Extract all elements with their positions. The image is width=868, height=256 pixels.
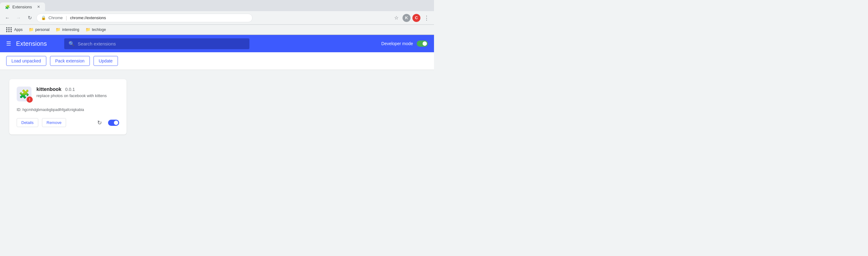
toolbar-icons: ☆ K C ⋮ <box>392 13 431 22</box>
reload-button[interactable]: ↻ <box>25 13 34 22</box>
search-icon: 🔍 <box>68 41 75 47</box>
bookmark-techloge-label: techloge <box>92 28 106 32</box>
bookmark-personal-label: personal <box>35 28 50 32</box>
search-input[interactable] <box>78 41 245 47</box>
bookmark-personal[interactable]: 📁 personal <box>26 26 52 33</box>
pack-extension-button[interactable]: Pack extension <box>50 56 90 66</box>
apps-bookmark[interactable]: Apps <box>4 26 25 33</box>
extension-id: ID: hgcmhdgbmaobgbpadlhfgafcnigkabia <box>17 108 119 112</box>
tab-favicon: 🧩 <box>5 5 10 9</box>
extensions-page: ☰ Extensions 🔍 Developer mode Load unpac… <box>0 35 434 194</box>
developer-mode-toggle[interactable] <box>417 40 428 47</box>
profile-k-avatar[interactable]: K <box>403 14 410 22</box>
address-bar-row: ← → ↻ 🔒 Chrome | chrome://extensions ☆ K… <box>0 11 434 25</box>
bookmarks-bar: Apps 📁 personal 📁 interesting 📁 techloge <box>0 25 434 35</box>
card-top: 🧩 ! kittenbook 0.0.1 replace photos on f… <box>17 87 119 102</box>
update-button[interactable]: Update <box>94 56 118 66</box>
tab-close-icon[interactable]: ✕ <box>37 5 40 9</box>
details-button[interactable]: Details <box>17 118 38 127</box>
extension-enable-toggle[interactable] <box>108 120 119 126</box>
extensions-page-title: Extensions <box>16 40 47 47</box>
extension-name: kittenbook <box>36 87 61 92</box>
bookmark-techloge[interactable]: 📁 techloge <box>83 26 108 33</box>
menu-button[interactable]: ⋮ <box>422 13 431 22</box>
browser-label: Chrome <box>49 16 63 20</box>
active-tab[interactable]: 🧩 Extensions ✕ <box>0 2 45 11</box>
extension-description: replace photos on facebook with kittens <box>36 93 119 98</box>
extension-icon-wrap: 🧩 ! <box>17 87 31 102</box>
folder-icon-personal: 📁 <box>29 27 34 32</box>
extensions-main: 🧩 ! kittenbook 0.0.1 replace photos on f… <box>0 70 434 194</box>
card-bottom: Details Remove ↻ <box>17 118 119 127</box>
extensions-header: ☰ Extensions 🔍 Developer mode <box>0 35 434 52</box>
refresh-icon[interactable]: ↻ <box>97 119 102 126</box>
hamburger-icon[interactable]: ☰ <box>6 40 11 47</box>
lock-icon: 🔒 <box>41 16 46 20</box>
developer-mode-label: Developer mode <box>381 41 413 46</box>
profile-c-avatar[interactable]: C <box>412 14 421 22</box>
apps-label: Apps <box>14 28 23 32</box>
address-field[interactable]: 🔒 Chrome | chrome://extensions <box>36 13 252 22</box>
forward-button[interactable]: → <box>14 13 23 22</box>
load-unpacked-button[interactable]: Load unpacked <box>6 56 46 66</box>
extension-version: 0.0.1 <box>65 87 75 92</box>
address-text: chrome://extensions <box>70 16 106 20</box>
developer-mode-area: Developer mode <box>381 40 428 47</box>
tab-title: Extensions <box>12 5 32 9</box>
remove-button[interactable]: Remove <box>42 118 66 127</box>
extension-card-kittenbook: 🧩 ! kittenbook 0.0.1 replace photos on f… <box>9 79 127 135</box>
folder-icon-techloge: 📁 <box>86 27 90 32</box>
folder-icon-interesting: 📁 <box>56 27 61 32</box>
bookmark-interesting[interactable]: 📁 interesting <box>53 26 82 33</box>
address-separator: | <box>66 16 67 20</box>
extension-info: kittenbook 0.0.1 replace photos on faceb… <box>36 87 119 98</box>
bookmark-interesting-label: interesting <box>62 28 79 32</box>
back-button[interactable]: ← <box>3 13 12 22</box>
dev-toolbar: Load unpacked Pack extension Update <box>0 52 434 70</box>
search-input-wrap: 🔍 <box>64 38 249 49</box>
extension-id-label: ID: <box>17 108 21 112</box>
search-bar: 🔍 <box>64 38 249 49</box>
browser-chrome: 🧩 Extensions ✕ ← → ↻ 🔒 Chrome | chrome:/… <box>0 0 434 35</box>
error-badge: ! <box>27 96 33 103</box>
star-button[interactable]: ☆ <box>392 13 401 22</box>
extension-id-value: hgcmhdgbmaobgbpadlhfgafcnigkabia <box>23 108 84 112</box>
apps-grid-icon <box>6 27 12 32</box>
tab-bar: 🧩 Extensions ✕ <box>0 0 434 11</box>
